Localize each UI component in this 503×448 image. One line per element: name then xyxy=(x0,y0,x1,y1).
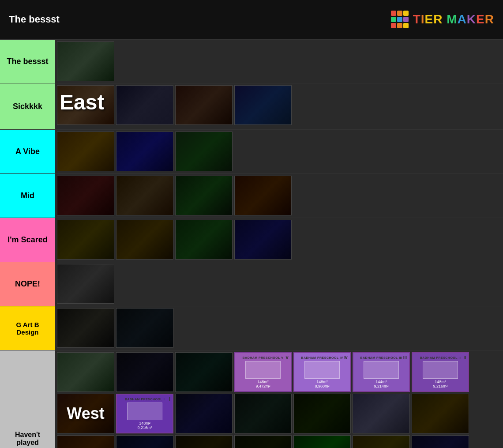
tier-content-g-art xyxy=(55,306,503,350)
badham1-dims: 148m² 9,216m² xyxy=(137,421,152,430)
badham5-rect xyxy=(245,361,281,379)
list-item xyxy=(175,352,233,392)
list-item xyxy=(175,220,233,260)
tier-row-g-art: G Art B Design xyxy=(0,306,503,350)
tier-label-the-bessst: The bessst xyxy=(0,40,55,83)
tier-content-sickkkk: East xyxy=(55,83,503,129)
list-item xyxy=(116,132,173,171)
tier-content-the-bessst xyxy=(55,40,503,83)
tier-row-im-scared: I'm Scared xyxy=(0,218,503,262)
tiermaker-text: TiER MAKER xyxy=(413,12,494,26)
badham2-rect xyxy=(423,361,458,379)
list-item xyxy=(57,132,114,171)
west-overlay-text: West xyxy=(67,404,104,423)
badham3-dims: 144m² 9,214m² xyxy=(374,380,388,388)
list-item xyxy=(116,435,173,448)
badham2-card: BADHAM PRESCHOOL II II 148m² 9,216m² xyxy=(412,352,469,392)
list-item xyxy=(234,176,292,215)
tier-row-mid: Mid xyxy=(0,174,503,218)
tier-label-im-scared: I'm Scared xyxy=(0,218,55,262)
list-item: West xyxy=(57,394,114,433)
tier-content-mid xyxy=(55,174,503,218)
tier-row-a-vibe: A Vibe xyxy=(0,130,503,174)
list-item xyxy=(175,435,233,448)
list-item xyxy=(293,394,351,433)
list-item xyxy=(175,176,233,215)
tier-row-sickkkk: Sickkkk East xyxy=(0,83,503,130)
list-item xyxy=(234,220,292,260)
list-item xyxy=(116,308,173,348)
tier-label-nope: NOPE! xyxy=(0,262,55,306)
list-item xyxy=(353,394,410,433)
logo-grid-icon xyxy=(391,11,409,28)
badham1-rect xyxy=(127,403,162,420)
badham2-roman: II xyxy=(463,355,466,360)
badham3-roman: III xyxy=(403,355,407,360)
tier-row-the-bessst: The bessst xyxy=(0,40,503,83)
badham3-title: BADHAM PRESCHOOL III xyxy=(360,356,402,359)
list-item xyxy=(57,352,114,392)
list-item xyxy=(116,220,173,260)
header-title: The bessst xyxy=(9,14,60,25)
badham5-card: BADHAM PRESCHOOL V V 148m² 9,472m² xyxy=(234,352,292,392)
badham5-roman: V xyxy=(285,355,289,360)
tier-label-sickkkk: Sickkkk xyxy=(0,83,55,129)
badham4-card: BADHAM PRESCHOOL IV IV 148m² 8,960m² xyxy=(293,352,351,392)
badham4-rect xyxy=(304,361,340,379)
list-item xyxy=(57,220,114,260)
list-item xyxy=(412,394,469,433)
list-item xyxy=(116,85,173,125)
list-item xyxy=(57,41,114,81)
tier-label-g-art: G Art B Design xyxy=(0,306,55,350)
list-item xyxy=(57,435,114,448)
badham2-title: BADHAM PRESCHOOL II xyxy=(420,356,461,359)
badham2-dims: 148m² 9,216m² xyxy=(433,380,447,388)
tier-content-nope xyxy=(55,262,503,306)
list-item xyxy=(57,176,114,215)
tier-row-havent-played: Haven't played BADHAM PRESCHOOL V V 148m… xyxy=(0,350,503,448)
tiermaker-logo: TiER MAKER xyxy=(391,11,494,28)
list-item xyxy=(353,435,410,448)
list-item xyxy=(116,176,173,215)
list-item xyxy=(234,85,292,125)
list-item xyxy=(175,132,233,171)
list-item xyxy=(234,435,292,448)
badham1-title: BADHAM PRESCHOOL I xyxy=(125,398,165,401)
list-item xyxy=(57,264,114,304)
badham5-dims: 148m² 9,472m² xyxy=(255,380,270,388)
tier-content-a-vibe xyxy=(55,130,503,173)
list-item xyxy=(293,435,351,448)
tier-label-mid: Mid xyxy=(0,174,55,218)
badham3-card: BADHAM PRESCHOOL III III 144m² 9,214m² xyxy=(353,352,410,392)
list-item xyxy=(57,85,114,125)
list-item xyxy=(175,394,233,433)
tier-content-im-scared xyxy=(55,218,503,262)
list-item xyxy=(412,435,469,448)
list-item xyxy=(175,85,233,125)
badham3-rect xyxy=(364,361,399,379)
header: The bessst TiER MAKER xyxy=(0,0,503,40)
tier-label-havent-played: Haven't played xyxy=(0,350,55,448)
badham5-title: BADHAM PRESCHOOL V xyxy=(243,356,284,359)
list-item xyxy=(57,308,114,348)
badham1-roman: I xyxy=(169,397,170,402)
list-item xyxy=(116,352,173,392)
badham4-roman: IV xyxy=(344,355,348,360)
badham4-dims: 148m² 8,960m² xyxy=(315,380,329,388)
badham1-card: BADHAM PRESCHOOL I I 148m² 9,216m² xyxy=(116,394,173,433)
tier-label-a-vibe: A Vibe xyxy=(0,130,55,173)
tier-row-nope: NOPE! xyxy=(0,262,503,306)
tier-content-havent-played: BADHAM PRESCHOOL V V 148m² 9,472m² BADHA… xyxy=(55,350,503,448)
badham4-title: BADHAM PRESCHOOL IV xyxy=(301,356,343,359)
list-item xyxy=(234,394,292,433)
